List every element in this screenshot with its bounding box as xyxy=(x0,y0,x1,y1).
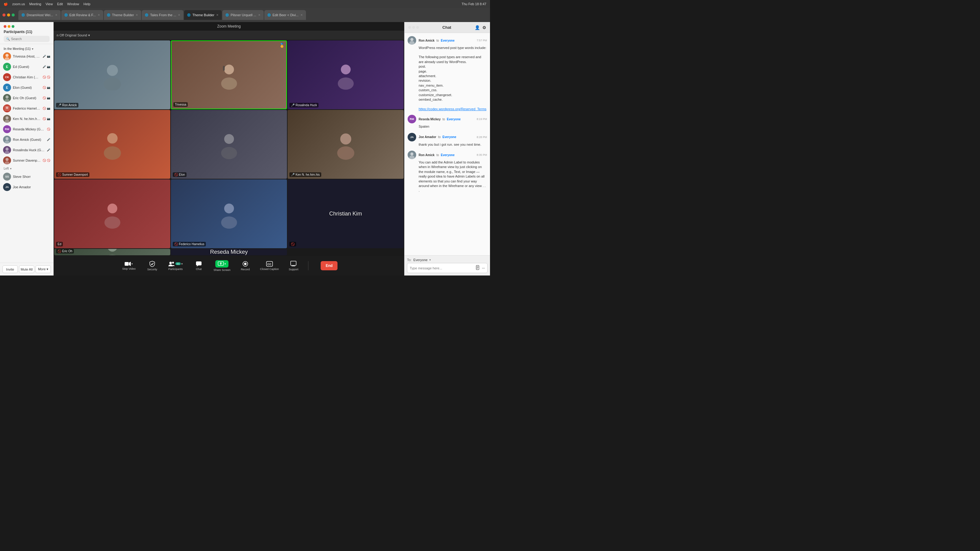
chat-panel-close[interactable] xyxy=(408,26,411,29)
chat-to: to xyxy=(436,153,439,157)
tab-close-pilsner[interactable]: ✕ xyxy=(258,13,261,16)
panel-minimize[interactable] xyxy=(8,25,10,28)
tab-theme-builder-active[interactable]: 🌐 Theme Builder ✕ xyxy=(184,10,222,20)
participant-item[interactable]: E Elon (Guest) 🚫 📷 xyxy=(0,83,53,93)
chat-to: to xyxy=(436,39,439,42)
zoom-toolbar-top: n Off Original Sound ▾ xyxy=(54,30,404,40)
participant-item[interactable]: Trivessa (Host, me) 🎤 📷 xyxy=(0,51,53,62)
tab-dreamhost[interactable]: 🌐 DreamHost Wei... ✕ xyxy=(18,10,60,20)
participant-label-trivessa: Trivessa xyxy=(173,102,188,107)
participant-item[interactable]: Ken N. he.him.his (Guest) 🚫 📷 xyxy=(0,114,53,124)
macos-menu-left: 🍎 zoom.us Meeting View Edit Window Help xyxy=(4,2,90,6)
more-options-button[interactable]: ··· xyxy=(482,266,485,270)
panel-close[interactable] xyxy=(4,25,6,28)
chat-panel-min[interactable] xyxy=(412,26,415,29)
end-button[interactable]: End xyxy=(321,261,337,270)
chat-sender: Ron Amick xyxy=(418,39,434,42)
tab-close-edit[interactable]: ✕ xyxy=(98,13,100,16)
svg-point-20 xyxy=(338,78,354,90)
svg-rect-18 xyxy=(223,66,225,71)
participants-button[interactable]: 11 ▾ Participants xyxy=(167,261,184,271)
tab-close-theme2[interactable]: ✕ xyxy=(216,13,219,16)
chat-to: to xyxy=(438,135,441,139)
svg-point-25 xyxy=(340,133,351,144)
macos-menu-right: Thu Feb 18 8:47 xyxy=(461,2,486,6)
original-sound-toggle[interactable]: n Off Original Sound ▾ xyxy=(57,33,90,37)
chat-messages: Ron Amick to Everyone 7:57 PM WordPress … xyxy=(404,33,490,255)
svg-point-35 xyxy=(169,262,172,264)
date-time: Thu Feb 18 8:47 xyxy=(461,2,486,6)
chat-link[interactable]: https://codex.wordpress.org/Reserved_Ter… xyxy=(418,107,486,111)
left-section: Left ▾ xyxy=(0,166,53,171)
chat-to: to xyxy=(442,118,445,121)
search-input[interactable] xyxy=(11,37,47,41)
svg-point-15 xyxy=(104,78,121,90)
search-bar[interactable]: 🔍 xyxy=(4,36,49,42)
participant-label-sumner: 🚫 Sumner Davenport xyxy=(56,172,89,177)
tab-edit-review[interactable]: 🌐 Edit Review & F... ✕ xyxy=(61,10,103,20)
support-icon xyxy=(290,261,296,267)
tab-tales[interactable]: 🌐 Tales From the ... ✕ xyxy=(142,10,183,20)
tab-close-beer[interactable]: ✕ xyxy=(301,13,303,16)
participant-item[interactable]: Federico Hamelius (Guest) 🚫 📷 xyxy=(0,103,53,114)
svg-rect-37 xyxy=(196,261,202,265)
participant-item[interactable]: Rosalinda Huck (Guest) 🎤 xyxy=(0,145,53,155)
video-cell-ed: Ed xyxy=(54,179,170,248)
more-button[interactable]: More ▾ xyxy=(35,265,51,273)
svg-point-42 xyxy=(244,263,247,265)
menu-zoom[interactable]: zoom.us xyxy=(12,2,25,6)
file-button[interactable] xyxy=(476,265,480,271)
svg-point-14 xyxy=(107,65,118,76)
participant-item[interactable]: CK Christian Kim (Guest) 🚫 🚫 xyxy=(0,72,53,83)
chat-avatar-icon[interactable]: 👤 xyxy=(475,25,480,30)
svg-point-23 xyxy=(224,134,234,144)
menu-window[interactable]: Window xyxy=(67,2,79,6)
participant-item[interactable]: SS Steve Shorr xyxy=(0,171,53,182)
apple-logo[interactable]: 🍎 xyxy=(4,2,8,6)
participant-label-ed: Ed xyxy=(56,242,63,246)
participant-item[interactable]: Sumner Davenport (Guest) 🚫 🚫 xyxy=(0,155,53,166)
participant-icons: 🚫 📷 xyxy=(43,117,50,120)
participant-item[interactable]: RM Reseda Mickey (Guest) 🚫 xyxy=(0,124,53,134)
window-maximize[interactable] xyxy=(12,13,15,16)
participant-label-eric: 🚫 Eric Oh xyxy=(56,249,74,254)
participant-item[interactable]: E Ed (Guest) 🎤 📷 xyxy=(0,62,53,72)
participant-item[interactable]: JA Joe Amador xyxy=(0,182,53,192)
window-close[interactable] xyxy=(2,13,5,16)
chat-button[interactable]: Chat xyxy=(190,261,207,271)
tab-edit-beer[interactable]: 🌐 Edit Beer < Divi... ✕ xyxy=(264,10,306,20)
video-cell-rosalinda: 🎤 Rosalinda Huck xyxy=(288,40,404,109)
chat-to-everyone-dropdown[interactable]: Everyone xyxy=(414,258,428,262)
participant-item[interactable]: Eric Oh (Guest) 🚫 📷 xyxy=(0,93,53,103)
chat-time: 8:35 PM xyxy=(477,153,487,156)
chat-avatar xyxy=(407,151,416,159)
video-overlay-elon xyxy=(171,110,287,179)
panel-fullscreen[interactable] xyxy=(12,25,14,28)
menu-meeting[interactable]: Meeting xyxy=(29,2,41,6)
chat-panel-max[interactable] xyxy=(416,26,419,29)
support-button[interactable]: Support xyxy=(285,261,302,271)
security-button[interactable]: Security xyxy=(144,261,161,271)
record-label: Record xyxy=(241,268,250,271)
participants-list: In the Meeting (11) ▾ Trivessa (Host, me… xyxy=(0,44,53,263)
window-minimize[interactable] xyxy=(7,13,10,16)
share-screen-button[interactable]: ▾ Share Screen xyxy=(213,260,231,272)
tab-pilsner[interactable]: 🌐 Pilsner Urquell ... ✕ xyxy=(222,10,264,20)
menu-view[interactable]: View xyxy=(46,2,53,6)
participant-item[interactable]: Ron Amick (Guest) 🎤 xyxy=(0,134,53,145)
participant-name: Ron Amick (Guest) xyxy=(13,138,45,141)
tab-close-theme1[interactable]: ✕ xyxy=(136,13,138,16)
chat-input[interactable] xyxy=(410,266,474,270)
chat-settings-icon[interactable]: ⚙ xyxy=(482,25,486,30)
video-cell-trivessa: 🏅 Trivessa xyxy=(171,40,287,109)
tab-close-tales[interactable]: ✕ xyxy=(178,13,180,16)
invite-button[interactable]: Invite xyxy=(2,265,18,273)
record-button[interactable]: Record xyxy=(237,261,254,271)
menu-edit[interactable]: Edit xyxy=(57,2,63,6)
tab-theme-builder-1[interactable]: 🌐 Theme Builder ✕ xyxy=(104,10,142,20)
tab-close-dreamhost[interactable]: ✕ xyxy=(55,13,57,16)
closed-caption-button[interactable]: CC Closed Caption xyxy=(260,261,279,271)
menu-help[interactable]: Help xyxy=(83,2,90,6)
stop-video-button[interactable]: ▾ Stop Video xyxy=(120,261,137,270)
mute-all-button[interactable]: Mute All xyxy=(19,265,34,273)
